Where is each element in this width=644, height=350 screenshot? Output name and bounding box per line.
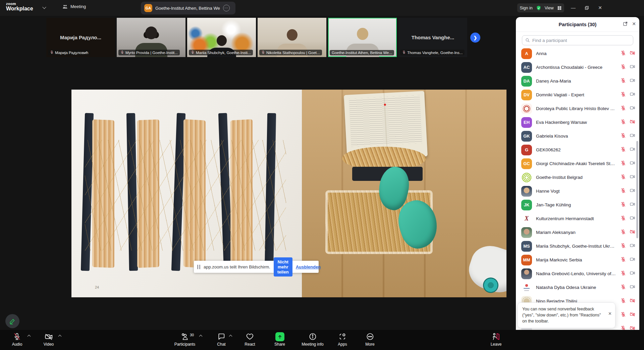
stop-share-button[interactable]: Nicht mehr teilen bbox=[274, 257, 292, 277]
mic-muted-icon bbox=[621, 229, 626, 236]
participant-row[interactable]: AAnna bbox=[516, 47, 639, 60]
participant-status-icons bbox=[621, 229, 635, 236]
tile-name-text: Nikoletta Stathopoulou | Goet... bbox=[266, 51, 320, 55]
tile-name-text: Myrto Provida | Goethe-Instit... bbox=[125, 51, 178, 55]
participant-status-icons bbox=[621, 312, 635, 318]
participant-status-icons bbox=[621, 133, 635, 140]
camera-on-icon bbox=[630, 188, 635, 194]
video-strip: Марија Радуло...Марија РадуловићMyrto Pr… bbox=[46, 18, 467, 57]
mic-muted-icon bbox=[621, 133, 626, 140]
more-label: More bbox=[365, 342, 374, 347]
scrollbar-thumb[interactable] bbox=[636, 141, 638, 238]
video-chevron[interactable] bbox=[58, 335, 62, 338]
participant-row[interactable]: GKGabriela Kisova bbox=[516, 129, 639, 143]
tab-meeting[interactable]: Meeting bbox=[62, 4, 86, 9]
video-label: Video bbox=[44, 342, 54, 347]
share-button[interactable]: Share bbox=[274, 332, 285, 347]
view-button[interactable]: View bbox=[545, 6, 554, 10]
participants-icon: 30 bbox=[180, 332, 189, 341]
video-tile[interactable]: Goethe-Institut Athen, Bettina We... bbox=[328, 18, 397, 57]
participant-row[interactable]: EHEva Hackenberg Warsaw bbox=[516, 115, 639, 129]
grid-view-icon[interactable] bbox=[557, 6, 562, 10]
video-tile[interactable]: Марија Радуло...Марија Радуловић bbox=[46, 18, 115, 57]
video-button[interactable]: Video bbox=[44, 332, 54, 347]
annotate-button[interactable] bbox=[5, 314, 19, 328]
participant-row[interactable]: Mariam Aleksanyan bbox=[516, 226, 639, 239]
participant-name: Natasha Dyba Odesa Ukraine bbox=[536, 285, 616, 290]
tooltip-text: You can now send nonverbal feedback ("ye… bbox=[522, 307, 601, 323]
participant-row[interactable]: GCGiorgi Chichinadze-Akaki Tsereteli Sta… bbox=[516, 157, 639, 170]
participant-avatar bbox=[521, 268, 532, 279]
tile-name-label: Марија Радуловић bbox=[48, 50, 90, 55]
chat-chevron[interactable] bbox=[229, 335, 232, 338]
leave-button[interactable]: Leave bbox=[491, 332, 502, 347]
more-icon bbox=[366, 332, 374, 341]
chevron-down-icon[interactable] bbox=[42, 5, 46, 9]
share-label: Share bbox=[274, 342, 285, 347]
participant-row[interactable]: GGEK006262 bbox=[516, 143, 639, 157]
participant-row[interactable]: MSMariia Shubchyk, Goethe-Institut Ukrai… bbox=[516, 239, 639, 253]
sign-in-button[interactable]: Sign in bbox=[520, 6, 532, 10]
next-videos-button[interactable]: ❯ bbox=[470, 33, 480, 43]
participant-row[interactable]: Natasha Dyba Odesa Ukraine bbox=[516, 281, 639, 294]
participant-status-icons bbox=[621, 174, 635, 181]
tab-options-icon[interactable]: ⋯ bbox=[223, 5, 230, 11]
participant-row[interactable]: JKJan-Tage Kühling bbox=[516, 198, 639, 212]
video-tile[interactable]: Nikoletta Stathopoulou | Goet... bbox=[258, 18, 326, 57]
audio-label: Audio bbox=[12, 342, 22, 347]
audio-button[interactable]: Audio bbox=[12, 332, 22, 347]
slide-page-number: 24 bbox=[95, 285, 99, 289]
video-tile[interactable]: Thomas Vanghe...Thomas Vanghele, Goethe-… bbox=[398, 18, 467, 57]
logo-line2: Workplace bbox=[6, 6, 33, 12]
search-input[interactable] bbox=[532, 38, 630, 43]
audio-chevron[interactable] bbox=[28, 335, 31, 338]
info-button[interactable]: Meeting info bbox=[302, 332, 323, 347]
more-button[interactable]: More bbox=[365, 332, 374, 347]
mic-muted-icon bbox=[621, 64, 626, 71]
participant-row[interactable]: MMMarija Markovic Serbia bbox=[516, 253, 639, 267]
participants-count-badge: 30 bbox=[190, 333, 194, 337]
participant-row[interactable]: DADaneș Ana-Maria bbox=[516, 74, 639, 88]
tile-name-text: Марија Радуловић bbox=[55, 51, 88, 55]
close-panel-icon[interactable]: ✕ bbox=[632, 21, 636, 27]
mic-muted-icon bbox=[621, 284, 626, 291]
participant-row[interactable]: Goethe-Institut Belgrad bbox=[516, 170, 639, 184]
participant-status-icons bbox=[621, 92, 635, 98]
mic-muted-icon bbox=[621, 92, 626, 98]
restore-button[interactable] bbox=[582, 3, 592, 13]
close-button[interactable]: ✕ bbox=[595, 3, 605, 13]
apps-button[interactable]: Apps bbox=[338, 332, 347, 347]
participant-row[interactable]: Hanne Vogt bbox=[516, 184, 639, 198]
participant-row[interactable]: DVDomniki Vagiati - Expert bbox=[516, 88, 639, 102]
react-button[interactable]: React bbox=[245, 332, 255, 347]
camera-on-icon bbox=[630, 147, 635, 153]
camera-on-icon bbox=[630, 270, 635, 277]
tooltip-close-icon[interactable]: ✕ bbox=[608, 311, 612, 317]
participant-silhouette-head bbox=[217, 35, 227, 46]
pop-out-icon[interactable] bbox=[623, 21, 628, 26]
participants-chevron[interactable] bbox=[199, 335, 203, 338]
mic-muted-icon bbox=[621, 298, 626, 305]
chat-button[interactable]: Chat bbox=[217, 332, 225, 347]
feedback-tooltip: You can now send nonverbal feedback ("ye… bbox=[518, 302, 615, 328]
participant-row[interactable]: XKulturzentrum Hermannstadt bbox=[516, 212, 639, 226]
title-bar: zoom Workplace Meeting GA Goethe-Institu… bbox=[0, 0, 644, 16]
minimize-button[interactable]: — bbox=[568, 3, 578, 13]
pencil-icon bbox=[9, 318, 16, 324]
restore-icon bbox=[585, 6, 589, 10]
participant-row[interactable]: Nadina Grebović-Lendo, University of S..… bbox=[516, 267, 639, 281]
participant-row[interactable]: ACArchontissa Choudalaki - Greece bbox=[516, 60, 639, 74]
video-tile[interactable]: Mariia Shubchyk, Goethe-Insti... bbox=[187, 18, 256, 57]
shield-check-icon bbox=[536, 5, 541, 11]
hide-banner-link[interactable]: Ausblenden bbox=[296, 264, 321, 269]
participant-avatar: X bbox=[521, 213, 532, 224]
participant-name: Doroteya Public Library Hristo Botev Vra… bbox=[536, 106, 616, 111]
participant-status-icons bbox=[621, 105, 635, 112]
mic-muted-icon bbox=[621, 119, 626, 126]
participant-row[interactable]: Doroteya Public Library Hristo Botev Vra… bbox=[516, 102, 639, 115]
participant-status-icons bbox=[621, 270, 635, 277]
camera-on-icon bbox=[630, 92, 635, 98]
participants-button[interactable]: 30Participants bbox=[174, 332, 196, 347]
video-tile[interactable]: Myrto Provida | Goethe-Instit... bbox=[117, 18, 185, 57]
tab-active-meeting[interactable]: GA Goethe-Institut Athen, Bettina We ⋯ bbox=[141, 2, 235, 14]
